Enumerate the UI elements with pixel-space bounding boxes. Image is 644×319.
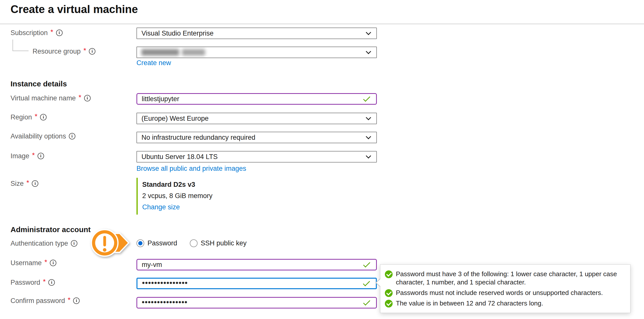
password-rule-item: The value is in between 12 and 72 charac… [385, 299, 624, 307]
header-divider [0, 24, 644, 24]
confirm-password-label: Confirm password [11, 297, 65, 305]
info-icon[interactable] [56, 30, 63, 36]
size-name: Standard D2s v3 [142, 181, 213, 189]
password-label: Password [11, 279, 40, 286]
chevron-down-icon [366, 153, 371, 158]
resource-group-value-redacted [141, 49, 205, 56]
username-label: Username [11, 259, 42, 267]
image-label-row: Image * [11, 152, 44, 160]
check-circle-icon [385, 289, 393, 297]
region-label-row: Region * [11, 113, 47, 121]
valid-check-icon [363, 279, 370, 286]
size-label-row: Size * [11, 179, 38, 188]
image-value: Ubuntu Server 18.04 LTS [141, 153, 218, 161]
resource-group-dropdown[interactable] [136, 47, 377, 58]
vm-name-label: Virtual machine name [11, 94, 76, 102]
redacted-block [141, 49, 179, 56]
password-rule-item: Password must have 3 of the following: 1… [385, 270, 624, 286]
browse-images-link[interactable]: Browse all public and private images [136, 165, 246, 173]
radio-ssh-label: SSH public key [201, 239, 247, 247]
chevron-down-icon [366, 30, 371, 35]
password-label-row: Password * [11, 278, 55, 287]
radio-ssh-public-key[interactable] [190, 239, 198, 247]
admin-account-heading: Administrator account [11, 225, 91, 234]
availability-value: No infrastructure redundancy required [141, 134, 255, 141]
region-dropdown[interactable]: (Europe) West Europe [136, 113, 377, 124]
region-label: Region [11, 113, 32, 121]
vm-name-input[interactable]: littlestjupyter [136, 93, 377, 105]
required-asterisk: * [83, 47, 86, 55]
size-summary: Standard D2s v3 2 vcpus, 8 GiB memory Ch… [136, 178, 213, 215]
chevron-down-icon [366, 115, 371, 120]
required-asterisk: * [43, 278, 46, 286]
required-asterisk: * [27, 179, 29, 187]
valid-check-icon [363, 298, 370, 305]
password-rule-text: Password must have 3 of the following: 1… [396, 270, 624, 286]
resource-group-label-row: Resource group * [33, 47, 95, 56]
password-masked-value: ••••••••••••••• [142, 278, 188, 287]
check-circle-icon [385, 270, 393, 278]
required-asterisk: * [68, 296, 71, 304]
subscription-label-row: Subscription * [11, 29, 63, 37]
create-vm-page: Create a virtual machine Subscription * … [0, 0, 644, 319]
required-asterisk: * [51, 28, 53, 36]
check-circle-icon [385, 300, 393, 307]
info-icon[interactable] [71, 240, 77, 247]
password-rules-tooltip: Password must have 3 of the following: 1… [380, 264, 630, 313]
info-icon[interactable] [38, 153, 44, 159]
info-icon[interactable] [48, 279, 55, 286]
required-asterisk: * [45, 258, 47, 266]
confirm-password-input[interactable]: ••••••••••••••• [136, 297, 377, 308]
info-icon[interactable] [84, 95, 91, 101]
password-rule-text: The value is in between 12 and 72 charac… [396, 299, 543, 307]
radio-password-label: Password [147, 239, 177, 247]
page-title: Create a virtual machine [11, 3, 138, 16]
hierarchy-connector-vertical [13, 40, 13, 51]
subscription-label: Subscription [11, 29, 48, 37]
password-input[interactable]: ••••••••••••••• [136, 278, 377, 289]
auth-type-label-row: Authentication type [11, 239, 77, 248]
info-icon[interactable] [32, 180, 38, 187]
size-label: Size [11, 180, 24, 188]
info-icon[interactable] [89, 48, 95, 55]
redacted-block [182, 49, 205, 56]
required-asterisk: * [32, 151, 35, 159]
chevron-down-icon [366, 49, 371, 54]
vm-name-value: littlestjupyter [142, 95, 179, 103]
confirm-password-label-row: Confirm password * [11, 296, 80, 305]
exclamation-annotation-badge [89, 227, 133, 259]
username-label-row: Username * [11, 259, 56, 267]
size-specs: 2 vcpus, 8 GiB memory [142, 192, 213, 200]
info-icon[interactable] [50, 260, 56, 266]
password-rule-item: Passwords must not include reserved word… [385, 289, 624, 297]
instance-details-heading: Instance details [11, 80, 67, 88]
required-asterisk: * [79, 93, 81, 101]
availability-dropdown[interactable]: No infrastructure redundancy required [136, 132, 377, 143]
info-icon[interactable] [40, 114, 47, 120]
info-icon[interactable] [73, 297, 80, 304]
subscription-value: Visual Studio Enterprise [141, 30, 214, 37]
username-input[interactable]: my-vm [136, 259, 377, 270]
valid-check-icon [363, 95, 370, 102]
username-value: my-vm [142, 261, 162, 269]
availability-label-row: Availability options [11, 132, 75, 140]
valid-check-icon [363, 260, 370, 267]
resource-group-label: Resource group [33, 48, 81, 55]
vm-name-label-row: Virtual machine name * [11, 94, 91, 102]
chevron-down-icon [366, 134, 371, 139]
change-size-link[interactable]: Change size [142, 203, 213, 211]
subscription-dropdown[interactable]: Visual Studio Enterprise [136, 28, 377, 39]
required-asterisk: * [35, 112, 38, 120]
availability-label: Availability options [11, 132, 66, 140]
auth-type-label: Authentication type [11, 240, 68, 247]
region-value: (Europe) West Europe [141, 115, 209, 122]
auth-type-radio-group: Password SSH public key [136, 239, 247, 247]
info-icon[interactable] [69, 133, 75, 139]
image-label: Image [11, 152, 29, 160]
create-new-link[interactable]: Create new [136, 59, 171, 67]
hierarchy-connector-horizontal [13, 51, 29, 51]
radio-password[interactable] [136, 239, 144, 247]
confirm-password-masked-value: ••••••••••••••• [142, 297, 188, 307]
password-rule-text: Passwords must not include reserved word… [396, 289, 603, 297]
image-dropdown[interactable]: Ubuntu Server 18.04 LTS [136, 151, 377, 163]
